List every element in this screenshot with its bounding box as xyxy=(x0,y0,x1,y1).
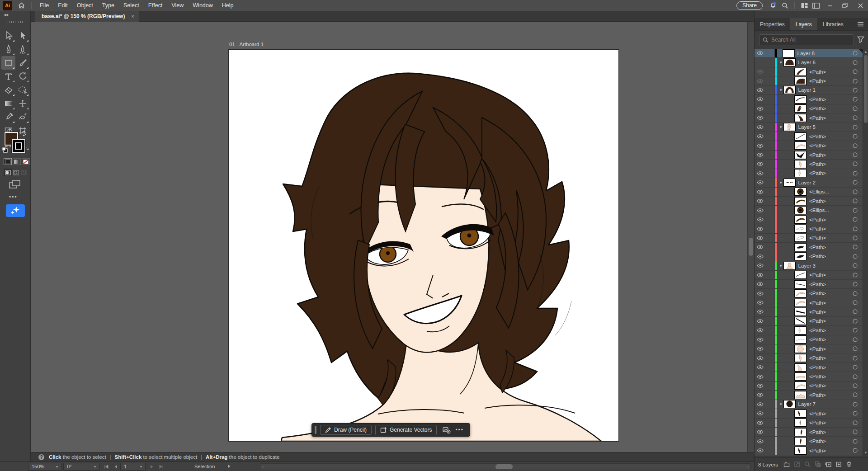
layer-name[interactable]: <Path> xyxy=(809,411,826,416)
visibility-toggle[interactable] xyxy=(755,215,766,224)
path-row[interactable]: <Path> xyxy=(755,104,863,113)
path-row[interactable]: <Path> xyxy=(755,243,863,252)
layer-thumbnail[interactable] xyxy=(794,77,807,85)
default-fill-stroke-icon[interactable] xyxy=(2,146,8,155)
layer-thumbnail[interactable] xyxy=(794,335,807,344)
path-row[interactable]: <Path> xyxy=(755,446,863,455)
target-circle[interactable] xyxy=(847,58,863,66)
target-circle[interactable] xyxy=(847,224,863,233)
rectangle-tool[interactable] xyxy=(1,56,15,70)
filter-icon[interactable] xyxy=(857,36,864,45)
path-row[interactable]: <Path> xyxy=(755,289,863,298)
path-row[interactable]: <Path> xyxy=(755,234,863,243)
eraser-tool[interactable] xyxy=(1,83,15,97)
layers-scrollbar-thumb[interactable] xyxy=(864,55,868,123)
path-row[interactable]: <Path> xyxy=(755,95,863,104)
eyedropper-tool[interactable] xyxy=(1,110,15,124)
lock-toggle[interactable] xyxy=(766,206,775,214)
path-row[interactable]: <Path> xyxy=(755,160,863,169)
target-circle[interactable] xyxy=(847,141,863,150)
path-row[interactable]: <Path> xyxy=(755,363,863,372)
layer-thumbnail[interactable] xyxy=(794,151,807,159)
layer-thumbnail[interactable] xyxy=(783,400,796,408)
visibility-toggle[interactable] xyxy=(755,132,766,141)
horizontal-scrollbar[interactable]: ‹ › xyxy=(260,463,751,470)
target-circle[interactable] xyxy=(847,243,863,251)
layer-name[interactable]: <Path> xyxy=(809,134,826,139)
path-row[interactable]: <Path> xyxy=(755,382,863,391)
target-circle[interactable] xyxy=(847,132,863,141)
layer-thumbnail[interactable] xyxy=(794,428,807,436)
lock-toggle[interactable] xyxy=(766,252,775,261)
lock-toggle[interactable] xyxy=(766,95,775,104)
visibility-toggle[interactable] xyxy=(755,197,766,205)
layer-thumbnail[interactable] xyxy=(794,271,807,279)
target-circle[interactable] xyxy=(847,428,863,436)
tab-libraries[interactable]: Libraries xyxy=(817,18,849,30)
layer-thumbnail[interactable] xyxy=(794,419,807,427)
visibility-toggle[interactable] xyxy=(755,67,766,76)
visibility-toggle[interactable] xyxy=(755,141,766,150)
lock-toggle[interactable] xyxy=(766,160,775,168)
target-circle[interactable] xyxy=(847,261,863,270)
layer-thumbnail[interactable] xyxy=(794,354,807,362)
path-row[interactable]: <Path> xyxy=(755,224,863,233)
layer-thumbnail[interactable] xyxy=(794,206,807,214)
expand-chevron-icon[interactable]: ▾ xyxy=(780,125,782,129)
visibility-toggle[interactable] xyxy=(755,113,766,122)
visibility-toggle[interactable] xyxy=(755,446,766,455)
layer-name[interactable]: <Path> xyxy=(809,374,826,379)
visibility-toggle[interactable] xyxy=(755,58,766,66)
paintbrush-tool[interactable] xyxy=(15,56,29,70)
visibility-toggle[interactable] xyxy=(755,280,766,288)
layer-name[interactable]: <Path> xyxy=(809,365,826,370)
lock-toggle[interactable] xyxy=(766,409,775,418)
path-row[interactable]: <Path> xyxy=(755,317,863,326)
vertical-scrollbar[interactable] xyxy=(747,22,754,452)
lock-toggle[interactable] xyxy=(766,243,775,251)
layer-thumbnail[interactable] xyxy=(794,437,807,445)
menu-effect[interactable]: Effect xyxy=(144,0,167,11)
layer-thumbnail[interactable] xyxy=(794,225,807,233)
layer-name[interactable]: <Path> xyxy=(809,383,826,388)
lock-toggle[interactable] xyxy=(766,344,775,353)
path-row[interactable]: <Path> xyxy=(755,197,863,206)
layer-name[interactable]: <Path> xyxy=(809,392,826,398)
menu-window[interactable]: Window xyxy=(188,0,217,11)
layer-name[interactable]: <Path> xyxy=(809,438,826,444)
target-circle[interactable] xyxy=(847,271,863,279)
target-circle[interactable] xyxy=(847,391,863,399)
lock-toggle[interactable] xyxy=(766,58,775,66)
layer-name[interactable]: <Path> xyxy=(809,152,826,158)
target-circle[interactable] xyxy=(847,372,863,381)
lock-toggle[interactable] xyxy=(766,372,775,381)
layer-name[interactable]: <Path> xyxy=(809,143,826,148)
path-row[interactable]: <Ellips... xyxy=(755,188,863,197)
lock-toggle[interactable] xyxy=(766,49,775,57)
panel-menu-icon[interactable] xyxy=(857,18,864,30)
target-circle[interactable] xyxy=(847,317,863,325)
layer-thumbnail[interactable] xyxy=(794,216,807,224)
target-circle[interactable] xyxy=(847,76,863,85)
target-circle[interactable] xyxy=(847,363,863,372)
lock-toggle[interactable] xyxy=(766,271,775,279)
target-circle[interactable] xyxy=(847,298,863,307)
artboard-nav-first[interactable] xyxy=(104,465,108,469)
lock-toggle[interactable] xyxy=(766,197,775,205)
layer-row[interactable]: Layer 8 xyxy=(755,49,863,58)
target-circle[interactable] xyxy=(847,206,863,214)
layer-name[interactable]: <Path> xyxy=(809,254,826,259)
visibility-toggle[interactable] xyxy=(755,224,766,233)
generative-ai-button[interactable] xyxy=(6,204,25,217)
make-clipping-mask-icon[interactable] xyxy=(783,461,790,468)
layer-row[interactable]: ▾Layer 2 xyxy=(755,178,863,187)
lock-toggle[interactable] xyxy=(766,224,775,233)
layer-thumbnail[interactable] xyxy=(783,123,796,131)
layer-name[interactable]: Layer 1 xyxy=(798,87,816,93)
swap-fill-stroke-icon[interactable] xyxy=(21,130,27,138)
layer-thumbnail[interactable] xyxy=(794,299,807,307)
scroll-left-icon[interactable]: ‹ xyxy=(262,465,264,469)
target-circle[interactable] xyxy=(847,178,863,187)
layer-thumbnail[interactable] xyxy=(794,447,807,455)
visibility-toggle[interactable] xyxy=(755,326,766,334)
